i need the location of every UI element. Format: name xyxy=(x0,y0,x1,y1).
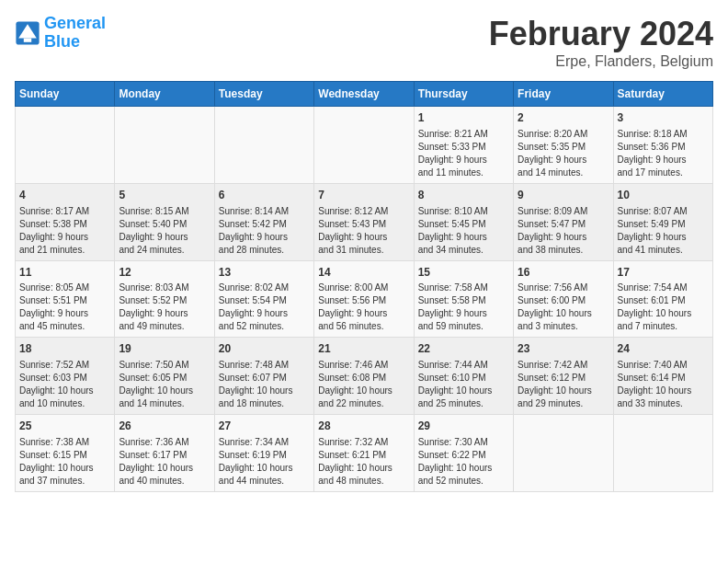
calendar-cell xyxy=(16,107,115,184)
calendar-cell: 12Sunrise: 8:03 AM Sunset: 5:52 PM Dayli… xyxy=(115,260,214,338)
day-number: 16 xyxy=(518,265,609,281)
day-info: Sunrise: 7:54 AM Sunset: 6:01 PM Dayligh… xyxy=(618,282,709,333)
calendar-cell xyxy=(314,107,414,184)
day-info: Sunrise: 8:00 AM Sunset: 5:56 PM Dayligh… xyxy=(318,282,409,333)
day-info: Sunrise: 7:48 AM Sunset: 6:07 PM Dayligh… xyxy=(219,359,310,410)
day-info: Sunrise: 7:32 AM Sunset: 6:21 PM Dayligh… xyxy=(318,436,409,488)
day-info: Sunrise: 7:58 AM Sunset: 5:58 PM Dayligh… xyxy=(418,282,509,333)
calendar-cell xyxy=(214,107,313,184)
week-row-2: 4Sunrise: 8:17 AM Sunset: 5:38 PM Daylig… xyxy=(16,183,713,260)
day-number: 27 xyxy=(219,419,310,434)
day-info: Sunrise: 8:10 AM Sunset: 5:45 PM Dayligh… xyxy=(418,205,509,257)
day-number: 13 xyxy=(219,265,310,281)
calendar-cell: 13Sunrise: 8:02 AM Sunset: 5:54 PM Dayli… xyxy=(214,260,313,338)
subtitle: Erpe, Flanders, Belgium xyxy=(489,53,713,70)
day-number: 1 xyxy=(418,110,509,126)
column-header-thursday: Thursday xyxy=(414,82,513,107)
header: General Blue February 2024 Erpe, Flander… xyxy=(15,15,713,70)
calendar-cell xyxy=(613,415,712,492)
day-number: 6 xyxy=(219,188,310,203)
day-info: Sunrise: 8:20 AM Sunset: 5:35 PM Dayligh… xyxy=(518,128,609,179)
calendar-cell: 11Sunrise: 8:05 AM Sunset: 5:51 PM Dayli… xyxy=(16,260,115,338)
day-info: Sunrise: 8:14 AM Sunset: 5:42 PM Dayligh… xyxy=(219,205,310,257)
day-number: 12 xyxy=(119,265,210,281)
day-info: Sunrise: 8:07 AM Sunset: 5:49 PM Dayligh… xyxy=(618,205,709,257)
calendar-cell: 9Sunrise: 8:09 AM Sunset: 5:47 PM Daylig… xyxy=(514,183,613,260)
day-info: Sunrise: 7:50 AM Sunset: 6:05 PM Dayligh… xyxy=(119,359,210,410)
day-info: Sunrise: 8:02 AM Sunset: 5:54 PM Dayligh… xyxy=(219,282,310,333)
logo-text: General Blue xyxy=(44,15,106,52)
calendar-cell: 7Sunrise: 8:12 AM Sunset: 5:43 PM Daylig… xyxy=(314,183,414,260)
main-title: February 2024 xyxy=(489,15,713,53)
week-row-4: 18Sunrise: 7:52 AM Sunset: 6:03 PM Dayli… xyxy=(16,338,713,415)
calendar-cell xyxy=(514,415,613,492)
calendar-cell: 27Sunrise: 7:34 AM Sunset: 6:19 PM Dayli… xyxy=(214,415,313,492)
day-info: Sunrise: 7:36 AM Sunset: 6:17 PM Dayligh… xyxy=(119,436,210,488)
day-info: Sunrise: 7:56 AM Sunset: 6:00 PM Dayligh… xyxy=(518,282,609,333)
day-number: 7 xyxy=(318,188,409,203)
day-info: Sunrise: 7:30 AM Sunset: 6:22 PM Dayligh… xyxy=(418,436,509,488)
day-number: 11 xyxy=(19,265,110,281)
day-number: 23 xyxy=(518,341,609,357)
calendar-cell: 5Sunrise: 8:15 AM Sunset: 5:40 PM Daylig… xyxy=(115,183,214,260)
day-number: 15 xyxy=(418,265,509,281)
day-info: Sunrise: 7:34 AM Sunset: 6:19 PM Dayligh… xyxy=(219,436,310,488)
calendar-cell: 17Sunrise: 7:54 AM Sunset: 6:01 PM Dayli… xyxy=(613,260,712,338)
day-info: Sunrise: 8:21 AM Sunset: 5:33 PM Dayligh… xyxy=(418,128,509,179)
calendar-cell: 24Sunrise: 7:40 AM Sunset: 6:14 PM Dayli… xyxy=(613,338,712,415)
column-header-monday: Monday xyxy=(115,82,214,107)
calendar-cell: 20Sunrise: 7:48 AM Sunset: 6:07 PM Dayli… xyxy=(214,338,313,415)
day-number: 2 xyxy=(518,110,609,126)
day-number: 24 xyxy=(618,341,709,357)
day-info: Sunrise: 8:18 AM Sunset: 5:36 PM Dayligh… xyxy=(618,128,709,179)
day-info: Sunrise: 8:03 AM Sunset: 5:52 PM Dayligh… xyxy=(119,282,210,333)
day-number: 20 xyxy=(219,341,310,357)
column-header-tuesday: Tuesday xyxy=(214,82,313,107)
calendar-cell: 22Sunrise: 7:44 AM Sunset: 6:10 PM Dayli… xyxy=(414,338,513,415)
day-number: 9 xyxy=(518,188,609,203)
svg-rect-2 xyxy=(24,38,31,41)
day-info: Sunrise: 7:52 AM Sunset: 6:03 PM Dayligh… xyxy=(19,359,110,410)
column-header-wednesday: Wednesday xyxy=(314,82,414,107)
calendar-cell: 19Sunrise: 7:50 AM Sunset: 6:05 PM Dayli… xyxy=(115,338,214,415)
week-row-3: 11Sunrise: 8:05 AM Sunset: 5:51 PM Dayli… xyxy=(16,260,713,338)
day-number: 10 xyxy=(618,188,709,203)
day-number: 19 xyxy=(119,341,210,357)
day-info: Sunrise: 8:09 AM Sunset: 5:47 PM Dayligh… xyxy=(518,205,609,257)
day-number: 14 xyxy=(318,265,409,281)
day-info: Sunrise: 7:46 AM Sunset: 6:08 PM Dayligh… xyxy=(318,359,409,410)
calendar-cell: 18Sunrise: 7:52 AM Sunset: 6:03 PM Dayli… xyxy=(16,338,115,415)
calendar-cell: 4Sunrise: 8:17 AM Sunset: 5:38 PM Daylig… xyxy=(16,183,115,260)
day-number: 29 xyxy=(418,419,509,434)
day-info: Sunrise: 7:44 AM Sunset: 6:10 PM Dayligh… xyxy=(418,359,509,410)
calendar-cell: 26Sunrise: 7:36 AM Sunset: 6:17 PM Dayli… xyxy=(115,415,214,492)
calendar-cell: 15Sunrise: 7:58 AM Sunset: 5:58 PM Dayli… xyxy=(414,260,513,338)
week-row-1: 1Sunrise: 8:21 AM Sunset: 5:33 PM Daylig… xyxy=(16,107,713,184)
day-number: 26 xyxy=(119,419,210,434)
title-section: February 2024 Erpe, Flanders, Belgium xyxy=(489,15,713,70)
day-info: Sunrise: 8:17 AM Sunset: 5:38 PM Dayligh… xyxy=(19,205,110,257)
calendar-cell: 1Sunrise: 8:21 AM Sunset: 5:33 PM Daylig… xyxy=(414,107,513,184)
day-info: Sunrise: 7:42 AM Sunset: 6:12 PM Dayligh… xyxy=(518,359,609,410)
calendar-cell: 14Sunrise: 8:00 AM Sunset: 5:56 PM Dayli… xyxy=(314,260,414,338)
calendar-cell: 2Sunrise: 8:20 AM Sunset: 5:35 PM Daylig… xyxy=(514,107,613,184)
calendar-table: SundayMondayTuesdayWednesdayThursdayFrid… xyxy=(15,81,713,492)
day-number: 22 xyxy=(418,341,509,357)
day-number: 25 xyxy=(19,419,110,434)
calendar-cell: 8Sunrise: 8:10 AM Sunset: 5:45 PM Daylig… xyxy=(414,183,513,260)
logo-icon xyxy=(15,20,40,46)
column-header-sunday: Sunday xyxy=(16,82,115,107)
day-number: 17 xyxy=(618,265,709,281)
column-header-saturday: Saturday xyxy=(613,82,712,107)
calendar-cell: 23Sunrise: 7:42 AM Sunset: 6:12 PM Dayli… xyxy=(514,338,613,415)
day-info: Sunrise: 8:05 AM Sunset: 5:51 PM Dayligh… xyxy=(19,282,110,333)
day-number: 4 xyxy=(19,188,110,203)
day-number: 28 xyxy=(318,419,409,434)
day-info: Sunrise: 8:12 AM Sunset: 5:43 PM Dayligh… xyxy=(318,205,409,257)
day-number: 8 xyxy=(418,188,509,203)
calendar-cell: 29Sunrise: 7:30 AM Sunset: 6:22 PM Dayli… xyxy=(414,415,513,492)
day-number: 3 xyxy=(618,110,709,126)
column-header-friday: Friday xyxy=(514,82,613,107)
calendar-header-row: SundayMondayTuesdayWednesdayThursdayFrid… xyxy=(16,82,713,107)
calendar-cell: 3Sunrise: 8:18 AM Sunset: 5:36 PM Daylig… xyxy=(613,107,712,184)
